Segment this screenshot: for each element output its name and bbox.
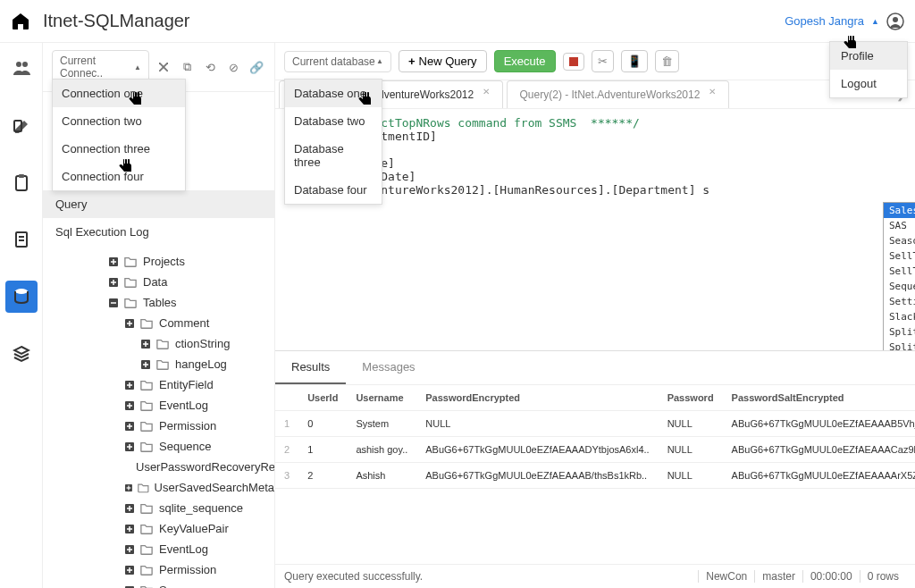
profile-menu-item[interactable]: Profile (830, 42, 907, 70)
tree-node[interactable]: Projects (43, 251, 274, 272)
expand-icon[interactable] (125, 545, 134, 554)
close-button[interactable] (155, 58, 172, 76)
autocomplete-item[interactable]: SAS (884, 218, 915, 233)
database-option[interactable]: Database three (285, 135, 382, 176)
expand-icon[interactable] (125, 401, 134, 410)
autocomplete-item[interactable]: Sales_Imported (884, 203, 915, 218)
nav-stack[interactable] (5, 338, 38, 370)
results-tab[interactable]: Results (275, 351, 346, 384)
tree-node[interactable]: KeyValuePair (43, 518, 274, 539)
tree-node[interactable]: EventLog (43, 539, 274, 559)
column-header[interactable]: Password (659, 385, 723, 411)
results-grid[interactable]: UserIdUsernamePasswordEncryptedPasswordP… (275, 385, 915, 564)
stop-button[interactable] (563, 53, 584, 71)
nav-sql[interactable] (5, 281, 38, 313)
table-row[interactable]: 21ashish goy..ABuG6+67TkGgMUUL0eEZfAEAAA… (275, 437, 915, 463)
expand-icon[interactable] (125, 566, 134, 575)
status-bar: Query executed successfully. NewCon mast… (275, 564, 915, 588)
connection-option[interactable]: Connection four (53, 163, 185, 190)
tree-node[interactable]: Permission (43, 559, 274, 580)
tree-node[interactable]: ctionString (43, 333, 274, 354)
tree-node[interactable]: Data (43, 272, 274, 292)
sidebar-item-query[interactable]: Query (43, 190, 274, 218)
autocomplete-item[interactable]: Sequence (884, 279, 915, 294)
column-header[interactable]: PasswordEncrypted (416, 385, 658, 411)
close-icon[interactable]: ✕ (483, 87, 490, 97)
table-cell: NULL (659, 463, 723, 489)
column-header[interactable]: PasswordSaltEncrypted (723, 385, 915, 411)
tree-node[interactable]: Sequence (43, 436, 274, 457)
table-row[interactable]: 10SystemNULLNULLABuG6+67TkGgMUUL0eEZfAEA… (275, 411, 915, 437)
expand-icon[interactable] (141, 360, 150, 369)
user-menu-trigger[interactable]: Gopesh Jangra ▲ Profile Logout (785, 13, 904, 30)
tree-label: sqlite_sequence (159, 501, 243, 515)
nav-document[interactable] (5, 223, 38, 256)
copy-button[interactable]: ⧉ (178, 58, 196, 76)
execute-button[interactable]: Execute (494, 50, 556, 72)
home-icon[interactable] (11, 12, 30, 31)
expand-icon[interactable] (109, 278, 118, 287)
nav-edit[interactable] (5, 109, 38, 141)
database-select[interactable]: Current database ▲ (284, 51, 391, 72)
tree-label: ctionString (175, 337, 230, 350)
new-query-button[interactable]: +New Query (399, 50, 487, 72)
tree-node[interactable]: UserSavedSearchMeta (43, 477, 274, 498)
autocomplete-item[interactable]: Setting (884, 294, 915, 309)
collapse-icon[interactable] (109, 298, 118, 307)
expand-icon[interactable] (141, 340, 150, 349)
database-option[interactable]: Database one (285, 80, 382, 107)
expand-icon[interactable] (109, 257, 118, 266)
tree-node[interactable]: Permission (43, 416, 274, 436)
expand-icon[interactable] (125, 422, 134, 431)
nav-clipboard[interactable] (5, 166, 38, 198)
expand-icon[interactable] (125, 483, 132, 492)
autocomplete-item[interactable]: SellThruReport (884, 264, 915, 279)
connection-dropdown: Connection one Connection two Connection… (52, 79, 186, 191)
unlink-button[interactable]: ⊘ (224, 58, 242, 76)
tree-node[interactable]: Sequence (43, 580, 274, 588)
sidebar-item-sqllog[interactable]: Sql Execution Log (43, 218, 274, 246)
tree-node[interactable]: hangeLog (43, 354, 274, 374)
table-cell: ABuG6+67TkGgMUUL0eEZfAEAAAB5VhjGIe34y.. (723, 411, 915, 437)
cut-button[interactable]: ✂ (592, 50, 614, 72)
database-option[interactable]: Database four (285, 176, 382, 204)
expand-icon[interactable] (125, 319, 134, 328)
expand-icon[interactable] (125, 442, 134, 451)
connection-option[interactable]: Connection one (53, 80, 185, 107)
link-button[interactable]: 🔗 (248, 58, 265, 76)
table-cell: 1 (298, 437, 347, 463)
table-row[interactable]: 32AshishABuG6+67TkGgMUUL0eEZfAEAAAB/thsB… (275, 463, 915, 489)
expand-icon[interactable] (125, 381, 134, 390)
database-option[interactable]: Database two (285, 107, 382, 135)
nav-users[interactable] (5, 52, 38, 84)
status-rowcount: 0 rows (860, 570, 906, 583)
tree-node[interactable]: EntityField (43, 374, 274, 395)
connection-option[interactable]: Connection three (53, 135, 185, 163)
phone-button[interactable]: 📱 (621, 50, 648, 72)
editor-tab[interactable]: Query(2) - ItNet.AdventureWorks2012 ✕ (507, 80, 729, 108)
object-tree[interactable]: ProjectsDataTablesCommentctionStringhang… (43, 246, 274, 588)
column-header[interactable]: Username (347, 385, 416, 411)
autocomplete-popup[interactable]: Sales_ImportedSASSeasonCatalog_LeafSellT… (883, 202, 915, 350)
autocomplete-item[interactable]: SeasonCatalog_Leaf (884, 233, 915, 248)
sync-button[interactable]: ⟲ (201, 58, 219, 76)
connection-option[interactable]: Connection two (53, 107, 185, 135)
tree-label: Comment (159, 316, 209, 330)
logout-menu-item[interactable]: Logout (830, 70, 907, 97)
expand-icon[interactable] (125, 504, 134, 513)
tree-node[interactable]: EventLog (43, 395, 274, 416)
autocomplete-item[interactable]: Slack (884, 309, 915, 324)
tree-node[interactable]: Tables (43, 292, 274, 313)
delete-button[interactable]: 🗑 (655, 50, 679, 72)
tree-node[interactable]: UserPasswordRecoveryRequest (43, 457, 274, 477)
expand-icon[interactable] (125, 525, 134, 533)
autocomplete-item[interactable]: Split (884, 324, 915, 340)
tree-label: Sequence (159, 584, 212, 588)
autocomplete-item[interactable]: SellThroughReport (884, 248, 915, 264)
messages-tab[interactable]: Messages (346, 351, 431, 384)
close-icon[interactable]: ✕ (709, 87, 716, 97)
tree-node[interactable]: Comment (43, 313, 274, 333)
autocomplete-item[interactable]: SplitIds (884, 340, 915, 350)
tree-node[interactable]: sqlite_sequence (43, 498, 274, 518)
column-header[interactable]: UserId (298, 385, 347, 411)
